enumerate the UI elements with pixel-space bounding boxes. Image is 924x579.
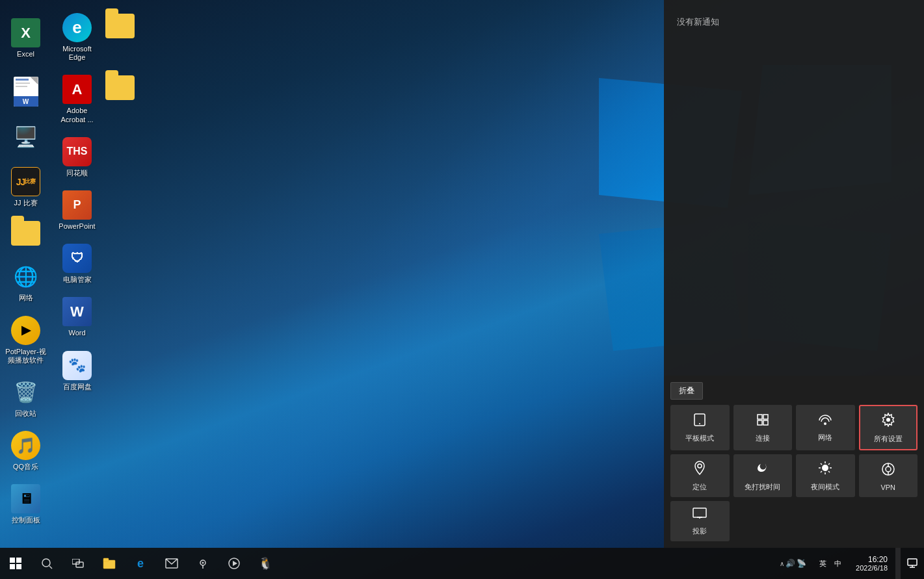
desktop-icon-tonghuas[interactable]: THS 同花顺 [53, 132, 101, 183]
input-mode-text: 中 [832, 559, 844, 569]
tray-icon-2: 📡 [797, 559, 806, 568]
svg-marker-39 [233, 561, 237, 566]
qq-taskbar-button[interactable]: 🐧 [250, 548, 281, 579]
svg-line-30 [49, 566, 52, 569]
potplayer-label: PotPlayer-视频播放软件 [4, 348, 47, 365]
all-settings-button[interactable]: 所有设置 [859, 405, 918, 450]
all-settings-icon [881, 413, 895, 430]
tablet-mode-button[interactable]: 平板模式 [670, 405, 730, 450]
baidu-icon: 🐾 [62, 351, 92, 380]
svg-point-37 [202, 562, 204, 564]
potplayer-icon: ▶ [11, 316, 40, 345]
desktop-icon-dianguan[interactable]: 🛡 电脑管家 [53, 238, 101, 289]
tablet-mode-label: 平板模式 [685, 433, 714, 443]
task-view-button[interactable] [62, 548, 94, 579]
desktop-icon-recycle[interactable]: 🗑️ 回收站 [1, 372, 50, 423]
quick-actions-panel: 折叠 平板模式 连接 [664, 376, 924, 548]
fold-button[interactable]: 折叠 [670, 382, 703, 400]
start-button[interactable] [0, 548, 31, 579]
folder3-icon [105, 75, 135, 101]
desktop-icon-qq-music[interactable]: 🎵 QQ音乐 [1, 426, 50, 476]
lang-text: 英 [817, 559, 829, 569]
recycle-icon: 🗑️ [11, 378, 40, 407]
qq-music-icon: 🎵 [11, 431, 40, 460]
tonghuas-icon: THS [62, 137, 92, 166]
svg-rect-26 [16, 558, 21, 563]
qq-taskbar-icon: 🐧 [258, 556, 272, 571]
dianguan-label: 电脑管家 [63, 276, 92, 284]
edge-taskbar-icon: e [137, 557, 144, 571]
search-icon [41, 558, 53, 569]
edge-taskbar-button[interactable]: e [125, 548, 156, 579]
media-player-button[interactable] [218, 548, 250, 579]
language-indicator[interactable]: 英 中 [812, 548, 849, 579]
vpn-label: VPN [880, 483, 895, 491]
svg-point-29 [42, 559, 50, 567]
svg-line-17 [821, 471, 822, 472]
clock-time: 16:20 [868, 555, 888, 564]
svg-line-16 [828, 463, 830, 465]
clock-date: 2022/6/18 [856, 564, 888, 572]
tablet-mode-icon [693, 413, 706, 430]
desktop-icon-word-doc[interactable]: W [1, 71, 50, 114]
adobe-label: Adobe Acrobat ... [55, 107, 99, 123]
word-doc-icon: W [14, 77, 38, 107]
action-center-button[interactable] [901, 548, 924, 579]
control-panel-icon: 🖥 [11, 484, 40, 513]
desktop-icon-jj[interactable]: JJ比赛 JJ 比赛 [1, 162, 50, 212]
this-pc-icon: 🖥️ [11, 122, 40, 151]
location-button[interactable]: 定位 [670, 454, 730, 497]
vpn-button[interactable]: VPN [859, 454, 918, 497]
show-desktop-button[interactable] [895, 548, 901, 579]
mail-icon [165, 558, 178, 569]
desktop-icon-potplayer[interactable]: ▶ PotPlayer-视频播放软件 [1, 311, 50, 370]
adobe-icon: A [62, 75, 92, 104]
svg-rect-27 [10, 564, 15, 569]
ppt-label: PowerPoint [59, 222, 95, 231]
desktop-icon-control-panel[interactable]: 🖥 控制面板 [1, 479, 50, 530]
night-mode-button[interactable]: 夜间模式 [796, 454, 855, 497]
system-tray[interactable]: ∧ 🔊 📡 [774, 548, 812, 579]
desktop-icon-this-pc[interactable]: 🖥️ [1, 117, 50, 159]
vpn-icon [881, 462, 895, 480]
svg-rect-4 [758, 420, 762, 425]
network-qa-button[interactable]: 网络 [796, 405, 855, 450]
desktop-icon-network[interactable]: 🌐 网络 [1, 257, 50, 307]
clock[interactable]: 16:20 2022/6/18 [849, 548, 894, 579]
desktop-icon-ppt[interactable]: P PowerPoint [53, 185, 101, 236]
jj-icon: JJ比赛 [11, 167, 40, 196]
svg-rect-28 [16, 564, 21, 569]
project-label: 投影 [693, 526, 707, 536]
desktop-icon-excel[interactable]: X Excel [1, 13, 50, 64]
taskbar-system: ∧ 🔊 📡 英 中 16:20 2022/6/18 [774, 548, 924, 579]
night-mode-label: 夜间模式 [811, 482, 839, 492]
svg-rect-5 [763, 420, 768, 425]
folder2-icon [105, 13, 135, 39]
location-label: 定位 [693, 482, 707, 492]
recycle-label: 回收站 [15, 409, 36, 418]
desktop-icon-baidu[interactable]: 🐾 百度网盘 [53, 346, 101, 396]
start-icon [10, 558, 21, 569]
project-button[interactable]: 投影 [670, 501, 730, 541]
svg-rect-3 [763, 415, 768, 419]
folder1-icon [11, 220, 40, 246]
desktop-icon-word[interactable]: W Word [53, 292, 101, 342]
maps-taskbar-button[interactable] [187, 548, 218, 579]
connect-icon [756, 413, 769, 430]
connect-button[interactable]: 连接 [733, 405, 793, 450]
svg-rect-34 [103, 558, 109, 561]
word-label: Word [68, 329, 85, 337]
search-taskbar-button[interactable] [31, 548, 62, 579]
notification-area: 没有新通知 [664, 0, 924, 376]
desktop-icon-folder2[interactable] [94, 6, 146, 48]
mail-taskbar-button[interactable] [156, 548, 187, 579]
desktop-icon-folder1[interactable] [1, 215, 50, 254]
action-center: 没有新通知 折叠 平板模式 连接 [664, 0, 924, 548]
desktop: X Excel W 🖥️ JJ比赛 JJ 比赛 [0, 0, 924, 579]
file-explorer-button[interactable] [94, 548, 125, 579]
tray-icon-1: 🔊 [785, 559, 795, 568]
quiet-hours-button[interactable]: 免打扰时间 [733, 454, 793, 497]
control-panel-label: 控制面板 [12, 516, 40, 524]
desktop-icon-folder3[interactable] [94, 68, 146, 110]
svg-point-7 [886, 418, 890, 422]
